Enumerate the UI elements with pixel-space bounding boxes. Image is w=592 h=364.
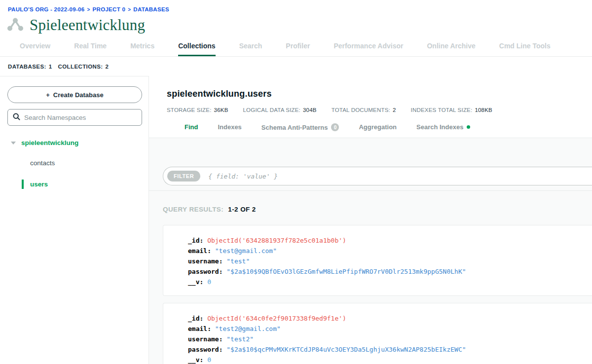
collection-header: spieleentwicklung.users STORAGE SIZE: 36… [149, 76, 592, 138]
chevron-down-icon[interactable] [11, 142, 16, 145]
new-feature-dot-icon [467, 125, 470, 129]
field-key: __v [188, 356, 199, 364]
subtab-schema-anti-patterns[interactable]: Schema Anti-Patterns 0 [261, 123, 339, 138]
tab-overview[interactable]: Overview [20, 42, 50, 56]
document-field: _id: ObjectId('6342881937f782e5c01a1b0b'… [188, 235, 592, 246]
document-field: password: "$2a$10$qcPMvMXKrKTCdJP84uVc3O… [188, 344, 592, 355]
document-field: __v: 0 [188, 277, 592, 287]
field-key: email [188, 325, 207, 332]
total-documents-value: 2 [393, 107, 396, 113]
tab-collections[interactable]: Collections [178, 42, 215, 56]
query-results: QUERY RESULTS: 1-2 OF 2 [163, 206, 592, 213]
breadcrumb-databases-link[interactable]: DATABASES [133, 6, 169, 12]
document-field: username: "test" [188, 256, 592, 266]
storage-size-value: 36KB [214, 107, 228, 113]
databases-count-label: DATABASES: [8, 64, 46, 70]
field-key: email [188, 247, 207, 255]
field-value: ObjectId('634c0fe2f9017338f9ed9f1e') [207, 315, 346, 322]
field-key: _id [188, 315, 199, 322]
collections-count-value: 2 [106, 64, 109, 70]
tree-collection-users[interactable]: users [22, 180, 142, 189]
collection-main: spieleentwicklung.users STORAGE SIZE: 36… [149, 76, 592, 364]
databases-count-value: 1 [49, 64, 52, 70]
subtab-indexes[interactable]: Indexes [218, 123, 241, 137]
schema-anti-patterns-badge: 0 [331, 123, 339, 131]
page-title: Spieleentwicklung [30, 16, 145, 34]
document-field: __v: 0 [188, 355, 592, 364]
logical-data-size-value: 304B [303, 107, 317, 113]
filter-bar[interactable]: FILTER [163, 167, 592, 185]
document-field: username: "test2" [188, 334, 592, 344]
atlas-collections-page: PAULO'S ORG - 2022-09-06>PROJECT 0>DATAB… [0, 0, 592, 364]
document-card[interactable]: _id: ObjectId('6342881937f782e5c01a1b0b'… [163, 225, 592, 296]
logical-data-size-label: LOGICAL DATA SIZE: [243, 107, 301, 113]
field-key: password [188, 268, 219, 275]
tab-performance-advisor[interactable]: Performance Advisor [333, 42, 403, 56]
namespace-title: spieleentwicklung.users [167, 89, 592, 99]
indexes-total-size-value: 108KB [475, 107, 492, 113]
field-value: 0 [207, 278, 211, 286]
query-results-label: QUERY RESULTS: [163, 206, 223, 213]
subtab-find[interactable]: Find [185, 123, 198, 137]
field-key: __v [188, 278, 199, 286]
tree-collection-contacts[interactable]: contacts [22, 158, 142, 168]
indexes-total-size-label: INDEXES TOTAL SIZE: [411, 107, 473, 113]
subtab-search-indexes[interactable]: Search Indexes [416, 123, 470, 137]
tab-cmd-line-tools[interactable]: Cmd Line Tools [499, 42, 551, 56]
field-value: ObjectId('6342881937f782e5c01a1b0b') [207, 237, 346, 244]
plus-icon: + [46, 91, 50, 99]
cluster-icon [7, 17, 24, 34]
document-field: password: "$2a$10$9QBfOEvO3lGEzGmfwM8Lie… [188, 266, 592, 277]
tree-database-spieleentwicklung[interactable]: spieleentwicklung [7, 139, 142, 146]
query-panel: FILTER QUERY RESULTS: 1-2 OF 2 _id: Obje… [149, 138, 592, 364]
document-field: email: "test@gmail.com" [188, 246, 592, 256]
tab-profiler[interactable]: Profiler [286, 42, 310, 56]
create-database-button[interactable]: + Create Database [7, 86, 142, 103]
tab-online-archive[interactable]: Online Archive [427, 42, 475, 56]
document-field: _id: ObjectId('634c0fe2f9017338f9ed9f1e'… [188, 313, 592, 324]
filter-input[interactable] [208, 173, 592, 180]
collection-subtabs: Find Indexes Schema Anti-Patterns 0 Aggr… [185, 123, 592, 138]
collection-stats: STORAGE SIZE: 36KB LOGICAL DATA SIZE: 30… [167, 107, 592, 113]
field-key: username [188, 257, 219, 265]
create-database-label: Create Database [53, 91, 104, 99]
cluster-title-row: Spieleentwicklung [0, 12, 592, 34]
total-documents-label: TOTAL DOCUMENTS: [332, 107, 390, 113]
field-value: "test2" [226, 335, 254, 343]
field-value: "$2a$10$qcPMvMXKrKTCdJP84uVc3OEY3Da5Lghj… [226, 346, 466, 353]
namespace-sidebar: + Create Database spieleentwicklung cont… [0, 76, 149, 364]
field-value: "test@gmail.com" [215, 247, 277, 255]
field-value: 0 [207, 356, 211, 364]
subtab-aggregation[interactable]: Aggregation [359, 123, 397, 137]
filter-row: FILTER [163, 167, 592, 185]
filter-divider [149, 190, 592, 191]
tab-search[interactable]: Search [239, 42, 262, 56]
namespace-counts: DATABASES: 1 COLLECTIONS: 2 [0, 57, 592, 76]
field-value: "$2a$10$9QBfOEvO3lGEzGmfwM8LiePfipfWRO7r… [226, 268, 466, 275]
storage-size-label: STORAGE SIZE: [167, 107, 212, 113]
namespace-tree: spieleentwicklung contacts users [7, 139, 142, 189]
search-namespaces-box [7, 109, 142, 126]
schema-anti-patterns-label: Schema Anti-Patterns [261, 124, 328, 131]
search-indexes-label: Search Indexes [416, 123, 463, 131]
field-value: "test2@gmail.com" [215, 325, 281, 332]
document-field: email: "test2@gmail.com" [188, 324, 592, 334]
field-value: "test" [226, 257, 250, 265]
document-card[interactable]: _id: ObjectId('634c0fe2f9017338f9ed9f1e'… [163, 303, 592, 364]
field-key: password [188, 346, 219, 353]
tab-metrics[interactable]: Metrics [130, 42, 154, 56]
breadcrumb-project-link[interactable]: PROJECT 0 [93, 6, 126, 12]
collections-count-label: COLLECTIONS: [58, 64, 103, 70]
breadcrumb-org-link[interactable]: PAULO'S ORG - 2022-09-06 [8, 6, 84, 12]
filter-badge: FILTER [167, 171, 200, 182]
search-namespaces-input[interactable] [24, 114, 137, 121]
field-key: username [188, 335, 219, 343]
breadcrumb-separator: > [87, 7, 90, 12]
cluster-tabs: Overview Real Time Metrics Collections S… [0, 42, 592, 57]
field-key: _id [188, 237, 199, 244]
breadcrumb: PAULO'S ORG - 2022-09-06>PROJECT 0>DATAB… [0, 0, 592, 12]
search-icon [13, 113, 20, 122]
breadcrumb-separator: > [128, 7, 131, 12]
tree-database-label: spieleentwicklung [21, 139, 78, 146]
tab-real-time[interactable]: Real Time [74, 42, 107, 56]
